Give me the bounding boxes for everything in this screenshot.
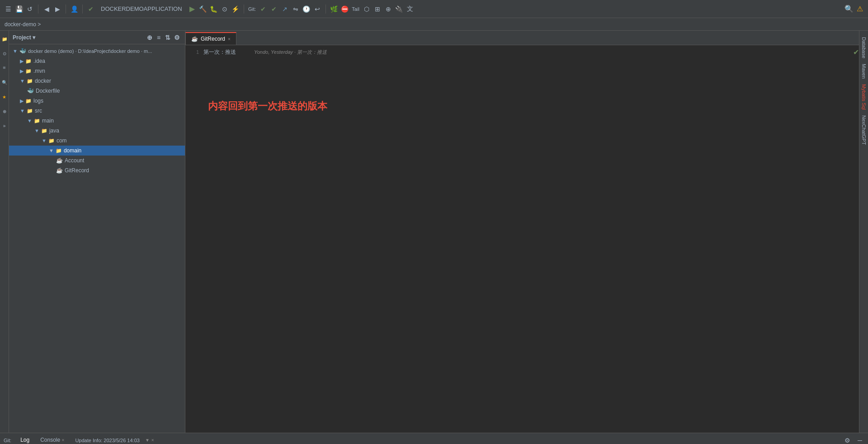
git-label: Git: bbox=[4, 438, 11, 443]
settings-git-icon[interactable]: ⚙ bbox=[843, 436, 852, 444]
collapse-icon[interactable]: ≡ bbox=[154, 33, 163, 42]
tree-account[interactable]: ☕ Account bbox=[9, 156, 185, 165]
sidebar-nexchat[interactable]: NexChatGPT bbox=[860, 113, 868, 147]
tree-logs[interactable]: ▶ 📁 logs bbox=[9, 96, 185, 106]
git-arrow-icon[interactable]: ↗ bbox=[280, 5, 289, 14]
bottom-section: Git: Log Console × Update Info: 2023/5/2… bbox=[0, 433, 868, 444]
translate-icon[interactable]: 文 bbox=[406, 5, 415, 14]
breadcrumb-text: docker-demo > bbox=[5, 21, 41, 28]
git-undo-icon[interactable]: ↩ bbox=[313, 5, 322, 14]
tree-gitrecord[interactable]: ☕ GitRecord bbox=[9, 165, 185, 175]
tree-src[interactable]: ▼ 📁 src bbox=[9, 106, 185, 116]
top-toolbar: ☰ 💾 ↺ ◀ ▶ 👤 ✔ DOCKERDEMOAPPLICATION ▶ 🔨 … bbox=[0, 0, 868, 18]
tree-main[interactable]: ▼ 📁 main bbox=[9, 116, 185, 126]
sep4 bbox=[244, 5, 244, 14]
filter-icon[interactable]: ▼ bbox=[145, 438, 150, 443]
update-info-controls: ▼ × bbox=[145, 438, 154, 443]
project-panel: Project ▾ ⊕ ≡ ⇅ ⚙ ▼ 🐳 docker demo (demo)… bbox=[9, 31, 185, 433]
editor-line-1: 1 第一次：推送 Yondo, Yesterday · 第一次：推送 ✔ bbox=[185, 47, 859, 57]
expand-icon[interactable]: » bbox=[0, 121, 9, 130]
git-console-close-icon[interactable]: × bbox=[62, 438, 65, 443]
settings-icon[interactable]: ⚙ bbox=[172, 33, 181, 42]
sidebar-database[interactable]: Database bbox=[860, 34, 868, 61]
user-icon[interactable]: 👤 bbox=[70, 5, 79, 14]
run-icon[interactable]: ▶ bbox=[188, 5, 197, 14]
add-icon[interactable]: ⊕ bbox=[145, 33, 154, 42]
sep3 bbox=[82, 5, 83, 14]
build-icon[interactable]: 🔨 bbox=[198, 5, 208, 14]
plugin5-icon[interactable]: ⊕ bbox=[384, 5, 393, 14]
activity-bar: 📁 ⊙ ≡ 🔍 ★ ⊕ » bbox=[0, 31, 9, 433]
tab-gitrecord[interactable]: ☕ GitRecord × bbox=[185, 32, 236, 45]
structure-icon[interactable]: ≡ bbox=[0, 63, 9, 72]
app-name: DOCKERDEMOAPPLICATION bbox=[97, 5, 186, 12]
git-check-icon[interactable]: ✔ bbox=[259, 5, 268, 14]
plugin4-icon[interactable]: ⊞ bbox=[373, 5, 382, 14]
tree-domain[interactable]: ▼ 📁 domain bbox=[9, 146, 185, 156]
tree-docker[interactable]: ▼ 📁 docker bbox=[9, 76, 185, 86]
tree-idea[interactable]: ▶ 📁 .idea bbox=[9, 56, 185, 66]
minimize-git-icon[interactable]: ─ bbox=[855, 436, 864, 444]
tree-mvn[interactable]: ▶ 📁 .mvn bbox=[9, 66, 185, 76]
sidebar-maven[interactable]: Maven bbox=[860, 61, 868, 81]
sync-icon[interactable]: ↺ bbox=[25, 5, 34, 14]
right-sidebar: Database Maven Mybatis Sql NexChatGPT bbox=[859, 31, 868, 433]
plugins-icon[interactable]: ⊕ bbox=[0, 107, 9, 116]
annotation-text: 内容回到第一次推送的版本 bbox=[208, 99, 327, 113]
hamburger-icon[interactable]: ☰ bbox=[4, 5, 13, 14]
breadcrumb: docker-demo > bbox=[0, 18, 868, 31]
project-tree: ▼ 🐳 docker demo (demo) · D:\IdeaProject\… bbox=[9, 44, 185, 433]
save-icon[interactable]: 💾 bbox=[14, 5, 24, 14]
main-layout: 📁 ⊙ ≡ 🔍 ★ ⊕ » Project ▾ ⊕ ≡ ⇅ ⚙ ▼ 🐳 dock… bbox=[0, 31, 868, 433]
back-icon[interactable]: ◀ bbox=[42, 5, 51, 14]
close-update-icon[interactable]: × bbox=[151, 438, 154, 443]
sep2 bbox=[66, 5, 66, 14]
git-tab-log[interactable]: Log bbox=[17, 435, 33, 444]
checkmark-icon: ✔ bbox=[853, 48, 859, 57]
tail-label: Tail bbox=[351, 5, 360, 14]
profile-icon[interactable]: ⚡ bbox=[231, 5, 240, 14]
editor-area: ☕ GitRecord × 1 第一次：推送 Yondo, Yesterday … bbox=[185, 31, 859, 433]
editor-content[interactable]: 1 第一次：推送 Yondo, Yesterday · 第一次：推送 ✔ 内容回… bbox=[185, 45, 859, 433]
git-label: Git: bbox=[248, 5, 257, 14]
git-annotation-1: Yondo, Yesterday · 第一次：推送 bbox=[254, 49, 327, 56]
git-check2-icon[interactable]: ✔ bbox=[269, 5, 278, 14]
vcs-green-icon[interactable]: ✔ bbox=[86, 5, 95, 14]
plugin3-icon[interactable]: ⬡ bbox=[362, 5, 371, 14]
update-info: Update Info: 2023/5/26 14:03 bbox=[75, 438, 140, 443]
commit-icon[interactable]: ⊙ bbox=[0, 49, 9, 58]
tree-java[interactable]: ▼ 📁 java bbox=[9, 126, 185, 136]
git-merge-icon[interactable]: ⇋ bbox=[291, 5, 300, 14]
project-header: Project ▾ ⊕ ≡ ⇅ ⚙ bbox=[9, 31, 185, 44]
sort-icon[interactable]: ⇅ bbox=[163, 33, 172, 42]
editor-tabs: ☕ GitRecord × bbox=[185, 31, 859, 45]
project-title: Project ▾ bbox=[13, 34, 35, 41]
tab-gitrecord-label: GitRecord bbox=[201, 36, 225, 42]
tab-close-icon[interactable]: × bbox=[228, 37, 231, 42]
git-tab-console[interactable]: Console × bbox=[37, 435, 68, 444]
sep1 bbox=[38, 5, 38, 14]
sidebar-mybatis[interactable]: Mybatis Sql bbox=[860, 81, 868, 113]
sep5 bbox=[326, 5, 326, 14]
plugin2-icon[interactable]: ⛔ bbox=[340, 5, 349, 14]
plugin6-icon[interactable]: 🔌 bbox=[395, 5, 404, 14]
search-side-icon[interactable]: 🔍 bbox=[0, 78, 9, 87]
line-content-1: 第一次：推送 bbox=[203, 48, 236, 56]
coverage-icon[interactable]: ⊙ bbox=[220, 5, 229, 14]
forward-icon[interactable]: ▶ bbox=[53, 5, 62, 14]
tree-com[interactable]: ▼ 📁 com bbox=[9, 136, 185, 146]
git-tabs-bar: Git: Log Console × Update Info: 2023/5/2… bbox=[0, 433, 868, 444]
git-clock-icon[interactable]: 🕐 bbox=[302, 5, 311, 14]
favorites-icon[interactable]: ★ bbox=[0, 92, 9, 101]
tree-root[interactable]: ▼ 🐳 docker demo (demo) · D:\IdeaProject\… bbox=[9, 46, 185, 56]
debug-icon[interactable]: 🐛 bbox=[209, 5, 218, 14]
line-number-1: 1 bbox=[185, 49, 203, 55]
search-toolbar-icon[interactable]: 🔍 bbox=[844, 5, 854, 14]
tree-dockerfile[interactable]: 🐳 Dockerfile bbox=[9, 86, 185, 96]
plugin1-icon[interactable]: 🌿 bbox=[330, 5, 339, 14]
notification-icon[interactable]: ⚠ bbox=[855, 5, 864, 14]
project-icon[interactable]: 📁 bbox=[0, 34, 9, 43]
